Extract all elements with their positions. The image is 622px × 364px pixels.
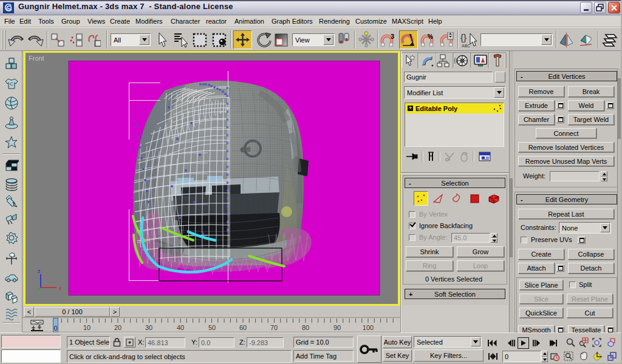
svg-text:z: z <box>38 268 41 274</box>
svg-text:{}: {} <box>460 32 466 42</box>
svg-text:%: % <box>428 33 433 40</box>
svg-text:3: 3 <box>391 33 394 40</box>
svg-text:x: x <box>59 285 62 291</box>
svg-text:C: C <box>10 81 13 87</box>
svg-text:ABC: ABC <box>462 44 470 48</box>
